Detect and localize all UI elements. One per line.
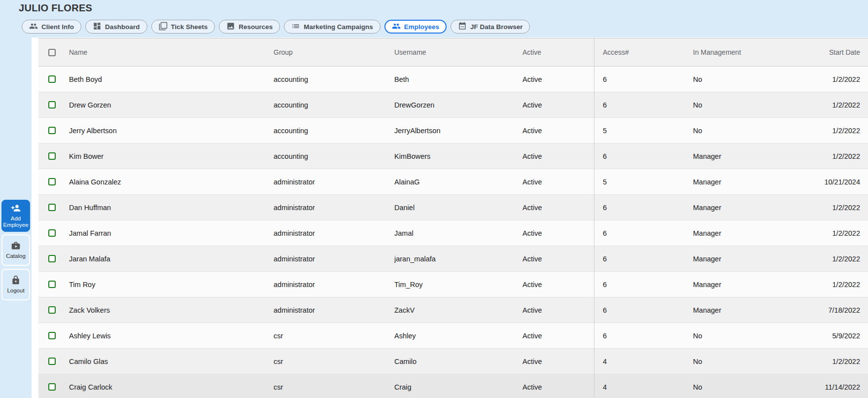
catalog-button[interactable]: Catalog [1,234,30,266]
cell-group: administrator [274,204,394,212]
column-header-group: Group [274,48,394,56]
cell-group: accounting [274,127,394,135]
cell-access: 6 [603,281,693,289]
table-row[interactable]: Jamal Farran administrator Jamal Active … [38,220,868,246]
employees-table: Name Group Username Active Access# In Ma… [38,38,868,398]
row-checkbox[interactable] [48,383,56,391]
cell-username: KimBowers [394,152,522,160]
dashboard-icon [93,22,102,32]
sidebar: Add Employee Catalog Logout [0,36,32,398]
tab-label: Dashboard [105,23,140,31]
column-divider [594,38,594,398]
cell-access: 6 [603,75,693,83]
cell-group: administrator [274,255,394,263]
cell-active: Active [522,358,603,365]
cell-group: accounting [274,101,394,109]
lock-icon [11,275,21,287]
table-row[interactable]: Dan Huffman administrator Daniel Active … [38,195,868,220]
cell-username: Tim_Roy [394,281,522,289]
select-all-checkbox[interactable] [48,49,56,56]
cell-start-date: 1/2/2022 [819,204,868,212]
cell-access: 6 [603,332,693,340]
table-row[interactable]: Alaina Gonzalez administrator AlainaG Ac… [38,169,868,195]
cell-group: administrator [274,178,394,186]
cell-start-date: 1/2/2022 [819,255,868,263]
sidebar-button-label: Add Employee [2,216,30,228]
cell-group: administrator [274,281,394,289]
cell-start-date: 5/9/2022 [819,332,868,340]
row-checkbox[interactable] [48,229,56,237]
row-checkbox[interactable] [48,281,56,288]
cell-name: Craig Carlock [69,383,274,391]
cell-name: Tim Roy [69,281,274,289]
cell-active: Active [522,332,603,340]
sidebar-button-label: Catalog [6,253,26,259]
cell-name: Zack Volkers [69,306,274,314]
table-row[interactable]: Beth Boyd accounting Beth Active 6 No 1/… [38,67,868,92]
cell-name: Jerry Albertson [69,127,274,135]
cell-access: 6 [603,152,693,160]
table-header-row: Name Group Username Active Access# In Ma… [38,38,868,67]
table-row[interactable]: Zack Volkers administrator ZackV Active … [38,297,868,323]
tab-jf-data-browser[interactable]: JF Data Browser [451,20,530,34]
tab-tick-sheets[interactable]: Tick Sheets [151,20,215,34]
row-checkbox[interactable] [48,101,56,109]
tab-bar: Client Info Dashboard Tick Sheets Resour… [22,20,530,34]
cell-access: 6 [603,306,693,314]
cell-in-management: No [693,332,819,340]
tab-employees[interactable]: Employees [384,20,447,34]
cell-start-date: 10/21/2024 [819,178,868,186]
cell-in-management: Manager [693,255,819,263]
table-row[interactable]: Tim Roy administrator Tim_Roy Active 6 M… [38,272,868,297]
people-icon [392,22,401,32]
tab-client-info[interactable]: Client Info [22,20,81,34]
table-row[interactable]: Jaran Malafa administrator jaran_malafa … [38,246,868,272]
row-checkbox[interactable] [48,332,56,339]
cell-username: Jamal [394,229,522,237]
cell-group: accounting [274,152,394,160]
row-checkbox[interactable] [48,127,56,134]
row-checkbox[interactable] [48,152,56,160]
row-checkbox[interactable] [48,306,56,314]
cell-active: Active [522,152,603,160]
cell-start-date: 1/2/2022 [819,358,868,365]
tab-marketing-campaigns[interactable]: Marketing Campaigns [284,20,380,34]
table-row[interactable]: Jerry Albertson accounting JerryAlbertso… [38,118,868,144]
table-row[interactable]: Ashley Lewis csr Ashley Active 6 No 5/9/… [38,323,868,349]
people-icon [29,22,38,32]
row-checkbox[interactable] [48,75,56,83]
table-row[interactable]: Craig Carlock csr Craig Active 4 No 11/1… [38,374,868,398]
cell-username: DrewGorzen [394,101,522,109]
cell-name: Kim Bower [69,152,274,160]
table-row[interactable]: Camilo Glas csr Camilo Active 4 No 1/2/2… [38,349,868,374]
cell-access: 6 [603,229,693,237]
tab-resources[interactable]: Resources [219,20,280,34]
row-checkbox[interactable] [48,358,56,365]
cell-access: 5 [603,178,693,186]
add-employee-button[interactable]: Add Employee [1,200,30,232]
logout-button[interactable]: Logout [1,269,30,300]
cell-name: Jaran Malafa [69,255,274,263]
cell-group: csr [274,358,394,365]
cell-in-management: Manager [693,281,819,289]
table-row[interactable]: Kim Bower accounting KimBowers Active 6 … [38,144,868,169]
cell-group: administrator [274,229,394,237]
table-row[interactable]: Drew Gorzen accounting DrewGorzen Active… [38,92,868,118]
row-checkbox[interactable] [48,178,56,185]
cell-active: Active [522,127,603,135]
row-checkbox[interactable] [48,204,56,211]
cell-active: Active [522,178,603,186]
tab-label: Employees [404,23,439,31]
cell-in-management: No [693,75,819,83]
cell-name: Beth Boyd [69,75,274,83]
tab-dashboard[interactable]: Dashboard [85,20,147,34]
cell-in-management: Manager [693,306,819,314]
row-checkbox[interactable] [48,255,56,262]
cell-access: 6 [603,204,693,212]
column-header-username: Username [394,48,522,56]
cell-active: Active [522,306,603,314]
cell-username: JerryAlbertson [394,127,522,135]
list-icon [291,22,300,32]
employees-page: JULIO FLORES Client Info Dashboard Tick … [0,0,868,398]
cell-start-date: 1/2/2022 [819,127,868,135]
